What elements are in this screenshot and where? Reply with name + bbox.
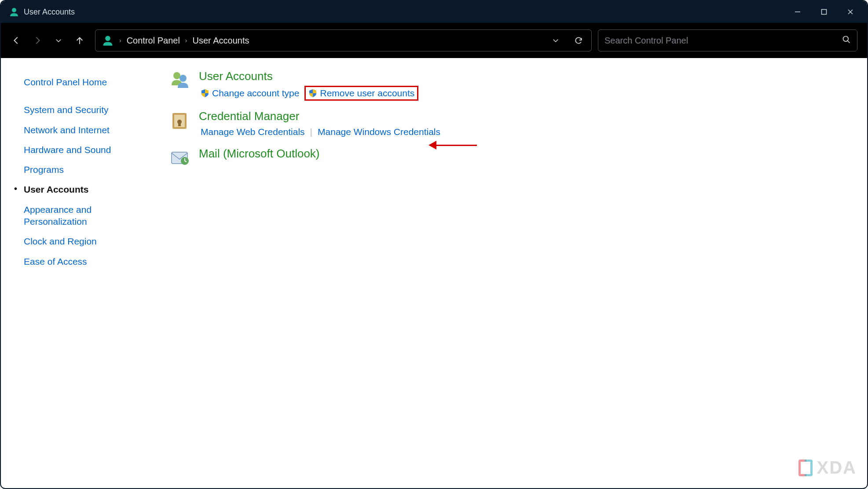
search-box[interactable]: [598, 29, 857, 51]
category-title[interactable]: Credential Manager: [199, 109, 853, 123]
svg-point-6: [105, 36, 110, 41]
svg-line-8: [848, 41, 850, 43]
link-manage-windows-credentials[interactable]: Manage Windows Credentials: [316, 126, 442, 138]
sidebar-item-network-internet[interactable]: Network and Internet: [24, 120, 156, 140]
svg-rect-2: [822, 10, 827, 15]
sidebar-item-appearance[interactable]: Appearance and Personalization: [24, 200, 112, 232]
title-bar: User Accounts: [1, 1, 867, 23]
sidebar: Control Panel Home System and Security N…: [2, 59, 156, 487]
sidebar-item-clock-region[interactable]: Clock and Region: [24, 231, 156, 251]
sidebar-item-programs[interactable]: Programs: [24, 160, 156, 179]
sidebar-item-hardware-sound[interactable]: Hardware and Sound: [24, 140, 156, 160]
content-area: Control Panel Home System and Security N…: [2, 59, 866, 487]
link-label: Change account type: [212, 88, 299, 99]
sidebar-item-system-security[interactable]: System and Security: [24, 100, 156, 120]
shield-icon: [201, 89, 209, 98]
category-credential-manager: Credential Manager Manage Web Credential…: [169, 109, 853, 138]
link-manage-web-credentials[interactable]: Manage Web Credentials: [199, 126, 307, 138]
breadcrumb-root[interactable]: Control Panel: [124, 36, 183, 46]
watermark: XDA: [798, 458, 857, 478]
up-button[interactable]: [70, 31, 89, 50]
maximize-button[interactable]: [811, 3, 837, 21]
minimize-button[interactable]: [784, 3, 811, 21]
annotation-arrow: [429, 141, 477, 150]
location-icon: [102, 34, 114, 47]
search-icon[interactable]: [842, 35, 851, 46]
svg-rect-14: [178, 122, 181, 126]
svg-point-10: [179, 75, 187, 82]
link-change-account-type[interactable]: Change account type: [199, 87, 301, 99]
sidebar-home-link[interactable]: Control Panel Home: [24, 72, 156, 92]
svg-point-0: [12, 8, 16, 12]
address-bar[interactable]: › Control Panel › User Accounts: [95, 29, 592, 51]
recent-locations-button[interactable]: [49, 31, 68, 50]
chevron-right-icon: ›: [117, 37, 124, 44]
svg-point-7: [843, 36, 849, 42]
breadcrumb-current[interactable]: User Accounts: [190, 36, 252, 46]
close-button[interactable]: [837, 3, 864, 21]
forward-button[interactable]: [28, 31, 47, 50]
category-title[interactable]: User Accounts: [199, 69, 853, 83]
search-input[interactable]: [604, 36, 842, 46]
mail-icon: [169, 147, 190, 168]
main-panel: User Accounts Change account type Remove…: [156, 59, 866, 487]
category-title[interactable]: Mail (Microsoft Outlook): [199, 147, 853, 161]
link-label: Remove user accounts: [320, 88, 414, 99]
link-remove-user-accounts[interactable]: Remove user accounts: [304, 86, 418, 101]
sidebar-item-ease-access[interactable]: Ease of Access: [24, 252, 156, 271]
category-user-accounts: User Accounts Change account type Remove…: [169, 69, 853, 101]
window-title: User Accounts: [24, 7, 784, 17]
back-button[interactable]: [7, 31, 26, 50]
shield-icon: [308, 89, 317, 98]
sidebar-item-user-accounts[interactable]: User Accounts: [24, 179, 156, 199]
separator: |: [310, 127, 312, 137]
nav-toolbar: › Control Panel › User Accounts: [1, 23, 867, 58]
app-icon: [9, 7, 19, 17]
svg-point-9: [173, 72, 180, 79]
chevron-right-icon: ›: [183, 37, 190, 44]
category-mail: Mail (Microsoft Outlook): [169, 147, 853, 168]
address-dropdown-button[interactable]: [546, 31, 565, 50]
credential-manager-icon: [169, 109, 190, 131]
refresh-button[interactable]: [569, 31, 588, 50]
user-accounts-icon: [169, 69, 190, 91]
